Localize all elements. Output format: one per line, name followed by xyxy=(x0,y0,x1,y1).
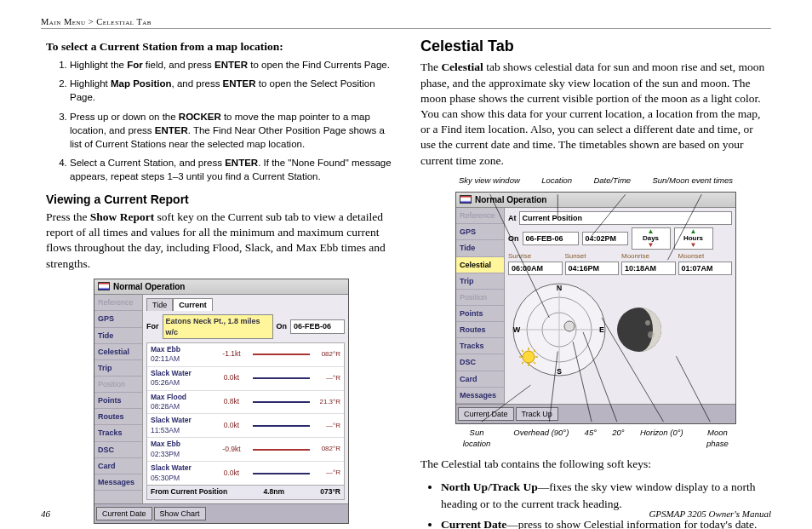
callout-moon: Moon phase xyxy=(699,428,736,450)
svg-text:W: W xyxy=(513,325,521,334)
page-number: 46 xyxy=(41,509,50,519)
from-row: From Current Position 4.8nm 073°R xyxy=(146,486,345,499)
svg-line-17 xyxy=(522,362,523,364)
tab-celestial[interactable]: Celestial xyxy=(94,344,142,360)
callout-overhead: Overhead (90°) xyxy=(513,428,569,450)
tab-messages[interactable]: Messages xyxy=(94,474,142,491)
sidebar: Reference GPS Tide Celestial Trip Positi… xyxy=(456,208,505,404)
tab-position[interactable]: Position xyxy=(456,290,504,306)
tab-reference[interactable]: Reference xyxy=(94,295,142,311)
callout-45: 45° xyxy=(585,428,597,450)
tab-points[interactable]: Points xyxy=(94,393,142,409)
subtab-current[interactable]: Current xyxy=(173,298,213,311)
softkey-current-date[interactable]: Current Date xyxy=(458,407,514,421)
manual-title: GPSMAP 3205 Owner's Manual xyxy=(649,509,771,519)
breadcrumb: Main Menu > Celestial Tab xyxy=(41,17,771,29)
sunset-value: 04:16PM xyxy=(565,262,620,275)
tab-tracks[interactable]: Tracks xyxy=(456,338,504,354)
svg-text:S: S xyxy=(557,367,562,376)
tab-routes[interactable]: Routes xyxy=(456,322,504,338)
step-1: Highlight the For field, and press ENTER… xyxy=(70,58,397,72)
tab-routes[interactable]: Routes xyxy=(94,409,142,425)
callout-horizon: Horizon (0°) xyxy=(640,428,683,450)
step-3: Press up or down on the ROCKER to move t… xyxy=(70,110,397,151)
on-label: On xyxy=(508,233,519,244)
tab-trip[interactable]: Trip xyxy=(94,360,142,377)
sunrise-value: 06:00AM xyxy=(508,262,563,275)
table-row: Max Ebb02:33PM-0.9kt082°R xyxy=(147,438,344,462)
tide-table: Max Ebb02:11AM-1.1kt082°R Slack Water05:… xyxy=(146,342,345,486)
titlebar: Normal Operation xyxy=(94,279,348,296)
subtab-tide[interactable]: Tide xyxy=(146,298,173,311)
on-date-field[interactable]: 06-FEB-06 xyxy=(523,232,579,245)
tab-card[interactable]: Card xyxy=(456,371,504,388)
table-row: Slack Water11:53AM0.0kt—°R xyxy=(147,414,344,438)
tab-card[interactable]: Card xyxy=(94,458,142,474)
tab-position[interactable]: Position xyxy=(94,377,142,393)
callout-date-time: Date/Time xyxy=(593,175,631,187)
titlebar: Normal Operation xyxy=(456,193,735,209)
tab-tracks[interactable]: Tracks xyxy=(94,425,142,441)
svg-point-20 xyxy=(645,320,650,325)
days-stepper[interactable]: ▲Days▼ xyxy=(632,227,671,250)
sky-view: N S E W xyxy=(508,279,610,381)
steps-list: Highlight the For field, and press ENTER… xyxy=(46,58,397,183)
softkey-track-up[interactable]: Track Up xyxy=(516,407,558,421)
svg-text:E: E xyxy=(599,325,604,334)
svg-point-10 xyxy=(523,351,535,363)
moonset-label: Moonset xyxy=(678,252,733,262)
tab-points[interactable]: Points xyxy=(456,306,504,322)
on-field[interactable]: 06-FEB-06 xyxy=(290,319,345,333)
tab-gps[interactable]: GPS xyxy=(456,224,504,240)
callout-sun: Sun location xyxy=(455,428,498,450)
for-field[interactable]: Eatons Neck Pt., 1.8 miles w/c xyxy=(163,314,273,338)
tab-tide[interactable]: Tide xyxy=(456,240,504,256)
on-label: On xyxy=(277,321,288,331)
tab-dsc[interactable]: DSC xyxy=(94,442,142,458)
select-station-heading: To select a Current Station from a map l… xyxy=(46,39,397,55)
flag-icon xyxy=(460,195,472,204)
window-title: Normal Operation xyxy=(113,281,185,293)
softkeys-list: North Up/Track Up—fixes the sky view win… xyxy=(441,479,771,529)
softkeys-intro: The Celestial tab contains the following… xyxy=(420,457,771,472)
step-2: Highlight Map Position, and press ENTER … xyxy=(70,77,397,104)
tab-dsc[interactable]: DSC xyxy=(456,354,504,371)
callout-event-times: Sun/Moon event times xyxy=(652,175,733,187)
callout-location: Location xyxy=(541,175,572,187)
tab-gps[interactable]: GPS xyxy=(94,311,142,327)
tab-tide[interactable]: Tide xyxy=(94,328,142,344)
softkey-current-date[interactable]: Current Date xyxy=(96,507,152,520)
celestial-window: Normal Operation Reference GPS Tide Cele… xyxy=(455,192,736,424)
table-row: Slack Water05:30PM0.0kt—°R xyxy=(147,462,344,485)
current-window: Normal Operation Reference GPS Tide Cele… xyxy=(94,279,349,524)
at-label: At xyxy=(508,213,517,223)
celestial-intro: The Celestial tab shows celestial data f… xyxy=(420,60,771,169)
tab-trip[interactable]: Trip xyxy=(456,273,504,290)
sunset-label: Sunset xyxy=(565,252,620,262)
hours-stepper[interactable]: ▲Hours▼ xyxy=(674,227,713,250)
at-field[interactable]: Current Position xyxy=(519,211,733,225)
softkey-show-chart[interactable]: Show Chart xyxy=(154,507,206,520)
table-row: Slack Water05:26AM0.0kt—°R xyxy=(147,367,344,391)
moonrise-label: Moonrise xyxy=(621,252,676,262)
moonset-value: 01:07AM xyxy=(678,262,733,275)
moon-phase xyxy=(615,306,663,354)
tab-celestial[interactable]: Celestial xyxy=(456,257,504,273)
tab-messages[interactable]: Messages xyxy=(456,388,504,404)
svg-point-9 xyxy=(564,321,575,331)
moonrise-value: 10:18AM xyxy=(621,262,676,275)
callout-sky-view: Sky view window xyxy=(459,175,520,187)
on-time-field[interactable]: 04:02PM xyxy=(582,232,628,245)
celestial-tab-heading: Celestial Tab xyxy=(420,36,771,56)
callout-20: 20° xyxy=(612,428,624,450)
viewing-report-heading: Viewing a Current Report xyxy=(46,192,397,208)
svg-text:N: N xyxy=(557,284,563,292)
tab-reference[interactable]: Reference xyxy=(456,208,504,224)
svg-point-21 xyxy=(648,331,655,338)
table-row: Max Flood08:28AM0.8kt21.3°R xyxy=(147,391,344,415)
table-row: Max Ebb02:11AM-1.1kt082°R xyxy=(147,343,344,367)
viewing-report-body: Press the Show Report soft key on the Cu… xyxy=(46,210,397,272)
sunrise-label: Sunrise xyxy=(508,252,563,262)
step-4: Select a Current Station, and press ENTE… xyxy=(70,156,397,183)
for-label: For xyxy=(146,321,159,331)
